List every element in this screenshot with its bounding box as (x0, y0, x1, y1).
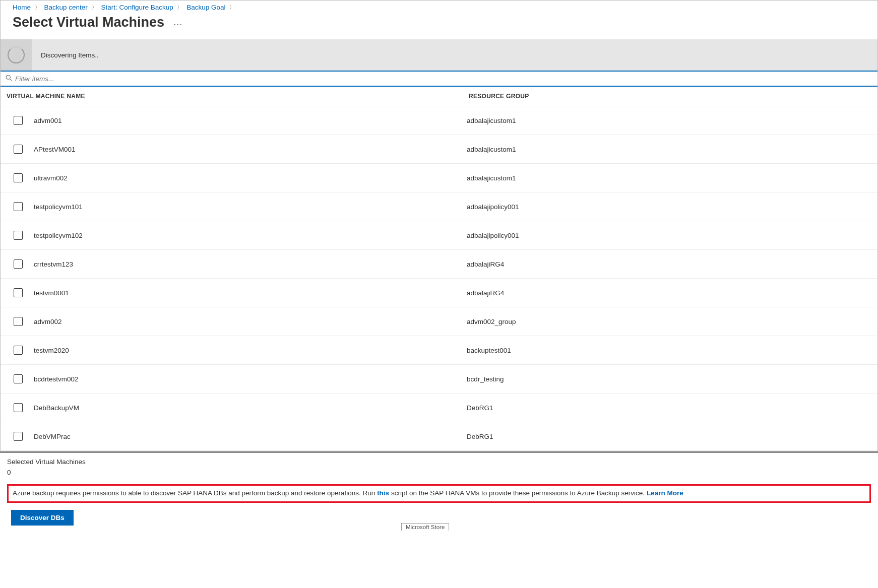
vm-name-cell: DebBackupVM (34, 404, 467, 412)
table-row: advm002advm002_group (1, 307, 877, 336)
row-checkbox[interactable] (14, 403, 23, 412)
resource-group-cell: adbalajipolicy001 (467, 232, 871, 239)
row-checkbox[interactable] (14, 259, 23, 269)
this-script-link[interactable]: this (377, 489, 389, 497)
filter-input[interactable] (15, 75, 872, 83)
table-row: DebBackupVMDebRG1 (1, 394, 877, 422)
resource-group-cell: bcdr_testing (467, 375, 871, 383)
row-checkbox[interactable] (14, 145, 23, 154)
table-row: testvm2020backuptest001 (1, 336, 877, 365)
resource-group-cell: backuptest001 (467, 347, 871, 354)
breadcrumb-backup-goal[interactable]: Backup Goal (186, 4, 225, 11)
breadcrumb-backup-center[interactable]: Backup center (44, 4, 88, 11)
callout-text-mid: script on the SAP HANA VMs to provide th… (389, 489, 647, 497)
page-title: Select Virtual Machines (13, 15, 164, 30)
chevron-right-icon: 〉 (229, 4, 235, 11)
vm-name-cell: testvm0001 (34, 289, 467, 297)
row-checkbox[interactable] (14, 346, 23, 355)
row-checkbox[interactable] (14, 317, 23, 326)
table-row: crrtestvm123adbalajiRG4 (1, 250, 877, 279)
table-row: testvm0001adbalajiRG4 (1, 279, 877, 307)
breadcrumb: Home 〉 Backup center 〉 Start: Configure … (1, 1, 877, 14)
status-bar: Discovering Items.. (1, 39, 877, 71)
microsoft-store-popup[interactable]: Microsoft Store (401, 523, 449, 531)
spinner-container (1, 39, 32, 71)
resource-group-cell: advm002_group (467, 318, 871, 325)
vm-name-cell: testvm2020 (34, 347, 467, 354)
row-checkbox[interactable] (14, 173, 23, 182)
table-row: testpolicyvm102adbalajipolicy001 (1, 221, 877, 250)
resource-group-cell: DebRG1 (467, 404, 871, 412)
row-checkbox[interactable] (14, 432, 23, 441)
chevron-right-icon: 〉 (177, 4, 182, 11)
discover-dbs-button[interactable]: Discover DBs (11, 510, 74, 526)
search-icon (6, 75, 12, 83)
row-checkbox[interactable] (14, 202, 23, 211)
vm-name-cell: ultravm002 (34, 174, 467, 182)
vm-name-cell: crrtestvm123 (34, 260, 467, 268)
vm-name-cell: advm002 (34, 318, 467, 325)
permissions-callout: Azure backup requires permissions to abl… (7, 484, 871, 503)
breadcrumb-configure-backup[interactable]: Start: Configure Backup (101, 4, 173, 11)
filter-row (1, 71, 877, 87)
svg-line-1 (10, 79, 12, 81)
resource-group-cell: adbalajipolicy001 (467, 203, 871, 211)
row-checkbox[interactable] (14, 231, 23, 240)
resource-group-cell: DebRG1 (467, 433, 871, 440)
resource-group-cell: adbalajiRG4 (467, 289, 871, 297)
column-header-vm-name[interactable]: VIRTUAL MACHINE NAME (7, 93, 469, 100)
vm-name-cell: DebVMPrac (34, 433, 467, 440)
resource-group-cell: adbalajicustom1 (467, 146, 871, 153)
svg-point-0 (6, 75, 10, 79)
selected-vms-count: 0 (7, 469, 871, 476)
table-row: DebVMPracDebRG1 (1, 422, 877, 451)
column-header-resource-group[interactable]: RESOURCE GROUP (469, 93, 871, 100)
vm-name-cell: APtestVM001 (34, 146, 467, 153)
learn-more-link[interactable]: Learn More (647, 489, 683, 497)
selected-vms-label: Selected Virtual Machines (7, 458, 871, 466)
table-row: bcdrtestvm002bcdr_testing (1, 365, 877, 394)
status-text: Discovering Items.. (41, 51, 99, 59)
chevron-right-icon: 〉 (92, 4, 97, 11)
resource-group-cell: adbalajicustom1 (467, 117, 871, 124)
row-checkbox[interactable] (14, 374, 23, 383)
table-row: testpolicyvm101adbalajipolicy001 (1, 192, 877, 221)
table-header: VIRTUAL MACHINE NAME RESOURCE GROUP (1, 87, 877, 106)
vm-name-cell: testpolicyvm102 (34, 232, 467, 239)
vm-name-cell: testpolicyvm101 (34, 203, 467, 211)
callout-text-pre: Azure backup requires permissions to abl… (13, 489, 377, 497)
vm-name-cell: advm001 (34, 117, 467, 124)
table-row: advm001adbalajicustom1 (1, 106, 877, 135)
vm-name-cell: bcdrtestvm002 (34, 375, 467, 383)
chevron-right-icon: 〉 (35, 4, 40, 11)
resource-group-cell: adbalajicustom1 (467, 174, 871, 182)
table-row: ultravm002adbalajicustom1 (1, 164, 877, 192)
resource-group-cell: adbalajiRG4 (467, 260, 871, 268)
row-checkbox[interactable] (14, 288, 23, 297)
row-checkbox[interactable] (14, 116, 23, 125)
breadcrumb-home[interactable]: Home (13, 4, 31, 11)
table-row: APtestVM001adbalajicustom1 (1, 135, 877, 164)
more-actions-button[interactable]: ··· (173, 19, 182, 30)
loading-spinner-icon (8, 46, 25, 63)
